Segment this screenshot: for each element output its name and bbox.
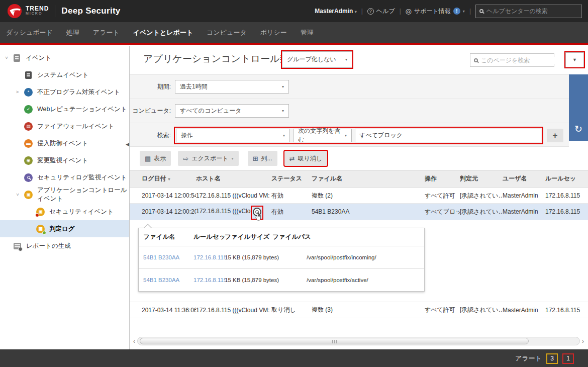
scrollbar-thumb[interactable] — [140, 338, 529, 344]
sidebar-item-events[interactable]: > イベント — [0, 49, 129, 66]
sidebar-item-intrusion-prevention-events[interactable]: ▬ 侵入防御イベント — [0, 135, 129, 152]
search-options-dropdown[interactable]: ▼ — [565, 52, 584, 67]
page-search[interactable] — [470, 53, 554, 67]
sidebar-item-log-inspection-events[interactable]: セキュリティログ監視イベント — [0, 169, 129, 186]
cell-host-name: 172.16.8.115 (((vCloud VM: ML-R… — [196, 307, 271, 314]
scrollbar-track[interactable] — [137, 337, 580, 345]
system-events-icon — [25, 71, 32, 79]
columns-icon: ⊞ — [253, 155, 258, 162]
sidebar-item-system-events[interactable]: システムイベント — [0, 66, 129, 83]
firewall-icon: ▤ — [24, 122, 33, 131]
generate-reports-icon — [14, 243, 21, 249]
col-log-date[interactable]: ログ日付▾ — [142, 174, 196, 183]
events-icon — [14, 54, 20, 62]
undo-button[interactable]: ⇄ 取り消し — [284, 151, 327, 166]
support-alert-badge: ! — [453, 8, 460, 15]
web-reputation-icon: ✓ — [24, 105, 33, 114]
cell-status: 有効 — [271, 192, 312, 200]
sidebar-item-label: 侵入防御イベント — [37, 139, 88, 148]
refresh-icon: ↻ — [574, 124, 582, 134]
scroll-right-icon[interactable]: › — [580, 338, 586, 345]
search-operator-select[interactable]: 次の文字列を含む ▾ — [293, 129, 352, 142]
horizontal-scrollbar: ‹ › — [131, 336, 586, 346]
chevron-expanded-icon[interactable]: > — [15, 193, 20, 196]
search-column-select[interactable]: 操作 ▾ — [176, 129, 290, 142]
chevron-collapsed-icon[interactable]: > — [16, 89, 19, 95]
cell-status: 有効 — [271, 208, 312, 216]
group-by-dropdown[interactable]: グループ化しない ▾ — [282, 51, 352, 68]
refresh-panel[interactable]: ↻ — [569, 74, 588, 141]
help-center-search[interactable] — [475, 5, 582, 18]
help-menu[interactable]: ?ヘルプ — [367, 7, 395, 16]
scroll-left-icon[interactable]: ‹ — [131, 338, 137, 345]
anti-malware-icon: * — [24, 88, 33, 97]
alerts-label: アラート — [515, 354, 542, 363]
file-path-value: /var/spool/postfix/incoming/ — [307, 254, 420, 260]
help-search-input[interactable] — [486, 8, 578, 15]
columns-button[interactable]: ⊞ 列... — [248, 151, 277, 166]
add-criteria-button[interactable]: + — [547, 129, 563, 142]
sidebar-item-label: システムイベント — [37, 71, 88, 79]
sidebar-item-web-reputation-events[interactable]: ✓ Webレピュテーションイベント — [0, 101, 129, 118]
cell-user-name: MasterAdmin — [503, 307, 545, 314]
nav-events-reports[interactable]: イベントとレポート — [133, 28, 193, 37]
file-name-link[interactable]: 54B1 B230AA — [143, 254, 193, 260]
sidebar-item-generate-reports[interactable]: レポートの生成 — [0, 237, 129, 254]
intrusion-prevention-icon: ▬ — [24, 139, 33, 148]
ruleset-link[interactable]: 172.16.8.115 — [193, 254, 225, 260]
cell-decision-source: [承認されてい… — [460, 192, 503, 200]
detail-col-file-path: ファイルパス — [272, 233, 420, 241]
view-label: 表示 — [154, 154, 166, 163]
nav-policies[interactable]: ポリシー — [260, 28, 287, 37]
sidebar-item-antimalware-events[interactable]: > * 不正プログラム対策イベント — [0, 83, 129, 101]
col-status[interactable]: ステータス — [271, 174, 312, 183]
chevron-down-icon: ▾ — [463, 9, 465, 14]
file-name-link[interactable]: 54B1 B230AA — [143, 277, 193, 283]
search-value-input[interactable] — [355, 129, 541, 142]
nav-computers[interactable]: コンピュータ — [207, 28, 247, 37]
critical-alert-badge[interactable]: 1 — [562, 353, 574, 364]
sidebar-item-label: 判定ログ — [49, 225, 75, 233]
page-search-input[interactable] — [481, 57, 559, 64]
nav-actions[interactable]: 処理 — [66, 28, 79, 37]
col-action[interactable]: 操作 — [425, 174, 460, 183]
sidebar-item-decision-logs[interactable]: ▣ 判定ログ — [0, 220, 129, 237]
col-user-name[interactable]: ユーザ名 — [503, 174, 545, 183]
col-ruleset[interactable]: ルールセッ — [545, 174, 588, 183]
sidebar-item-integrity-monitoring-events[interactable]: ◉ 変更監視イベント — [0, 152, 129, 169]
nav-dashboard[interactable]: ダッシュボード — [6, 28, 53, 37]
undo-icon: ⇄ — [289, 155, 295, 162]
support-menu[interactable]: ◎サポート情報!▾ — [406, 7, 465, 16]
warning-alert-badge[interactable]: 3 — [546, 353, 558, 364]
detail-col-file-size: ファイルサイズ — [225, 233, 272, 241]
export-button[interactable]: ⇨ エクスポート ▾ — [178, 151, 238, 166]
col-file-name[interactable]: ファイル名 — [312, 174, 425, 183]
period-select[interactable]: 過去1時間 ▾ — [175, 80, 289, 94]
sort-desc-icon: ▾ — [168, 177, 170, 181]
sidebar-item-security-events[interactable]: ▣ セキュリティイベント — [0, 203, 129, 220]
sidebar-item-label: Webレピュテーションイベント — [37, 105, 127, 114]
sidebar-item-firewall-events[interactable]: ▤ ファイアウォールイベント — [0, 118, 129, 135]
user-menu[interactable]: MasterAdmin ▾ — [315, 8, 356, 15]
cell-file-name: 複数 (2) — [312, 192, 425, 200]
computer-select[interactable]: すべてのコンピュータ ▾ — [175, 104, 289, 118]
sidebar-item-label: セキュリティイベント — [49, 208, 114, 216]
detail-row: 54B1 B230AA 172.16.8.115 15 KB (15,879 b… — [139, 246, 424, 268]
divider: | — [361, 8, 363, 15]
cell-host-name: 172.16.8.115 (((vCloud VM: ML- — [196, 208, 252, 215]
table-row[interactable]: 2017-03-14 11:36:06 172.16.8.115 (((vClo… — [130, 302, 588, 318]
main-nav: ダッシュボード 処理 アラート イベントとレポート コンピュータ ポリシー 管理 — [0, 22, 588, 45]
col-host-name[interactable]: ホスト名 — [196, 174, 271, 183]
nav-alerts[interactable]: アラート — [93, 28, 120, 37]
sidebar-collapse-icon[interactable]: ◀ — [126, 142, 129, 147]
chevron-expanded-icon[interactable]: > — [4, 56, 9, 59]
table-row[interactable]: 2017-03-14 12:00:54 172.16.8.115 (((vClo… — [130, 188, 588, 204]
application-control-icon: ▣ — [24, 191, 33, 199]
view-button[interactable]: ▤ 表示 — [140, 151, 171, 166]
ruleset-link[interactable]: 172.16.8.115 — [193, 277, 225, 283]
table-row-selected[interactable]: 2017-03-14 12:00:20 172.16.8.115 (((vClo… — [130, 204, 588, 220]
sidebar-item-application-control-events[interactable]: > ▣ アプリケーションコントロールイベント — [0, 186, 129, 203]
nav-administration[interactable]: 管理 — [301, 28, 314, 37]
chevron-down-icon: ▾ — [282, 84, 284, 89]
col-decision-source[interactable]: 判定元 — [460, 174, 503, 183]
